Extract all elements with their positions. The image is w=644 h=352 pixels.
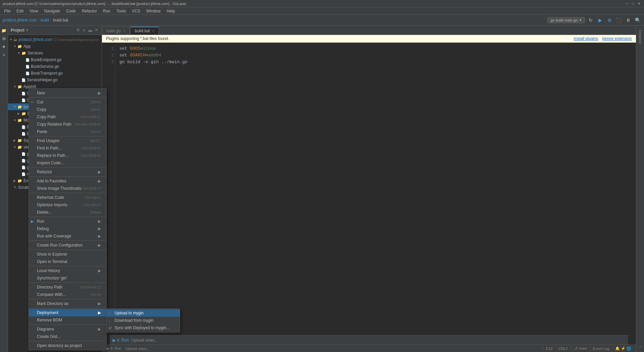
cm-new-arrow: ▶ [98, 91, 101, 95]
cm-create-run-config[interactable]: Create Run Configuration ▶ [29, 241, 106, 249]
cm-coverage-arrow: ▶ [98, 234, 101, 238]
cm-copy-label: Copy [37, 107, 46, 112]
cm-find-in-path-shortcut: Ctrl+Shift+F [81, 146, 101, 150]
cm-copy-shortcut: Ctrl+C [90, 107, 101, 112]
cm-delete-shortcut: Delete [90, 210, 101, 214]
cm-synchronize[interactable]: Synchronize 'gin' [29, 274, 106, 282]
cm-sep4 [29, 176, 106, 177]
cm-paste-shortcut: Ctrl+V [91, 130, 101, 134]
cm-inspect-code[interactable]: Inspect Code... [29, 159, 106, 167]
cm-sync-deployed[interactable]: ⇄ Sync with Deployed to mygin... [107, 324, 180, 332]
cm-optimize-imports[interactable]: Optimize Imports Ctrl+Alt+O [29, 201, 106, 209]
cm-sync-deployed-icon: ⇄ [109, 326, 112, 330]
cm-find-in-path-label: Find in Path... [37, 146, 62, 150]
cm-sep2 [29, 136, 106, 136]
cm-paste-label: Paste [37, 129, 47, 134]
cm-diagrams-label: Diagrams [37, 327, 54, 332]
cm-debug[interactable]: Debug ▶ [29, 225, 106, 232]
cm-explorer-label: Show in Explorer [37, 252, 67, 257]
cm-add-to-favorites[interactable]: Add to Favorites ▶ [29, 177, 106, 185]
cm-compare-label: Compare With... [37, 292, 66, 297]
cm-replace-in-path-shortcut: Ctrl+Shift+R [81, 153, 101, 158]
cm-sep6 [29, 217, 106, 217]
cm-open-terminal[interactable]: Open in Terminal [29, 258, 106, 265]
cm-sep5 [29, 193, 106, 193]
cm-copy-rel-path-label: Copy Relative Path [37, 122, 71, 127]
cm-run-arrow: ▶ [98, 219, 101, 224]
cm-delete-label: Delete... [37, 210, 52, 215]
cm-optimize-label: Optimize Imports [37, 203, 67, 207]
cm-history-label: Local History [37, 268, 60, 273]
cm-sep13 [29, 324, 106, 325]
cm-cut-icon: ✂ [31, 100, 34, 104]
cm-mark-dir-label: Mark Directory as [37, 301, 68, 306]
cm-run-label: Run [37, 219, 44, 224]
cm-find-usages-label: Find Usages [37, 138, 59, 143]
cm-reformat-shortcut: Ctrl+Alt+L [85, 195, 101, 200]
cm-copy[interactable]: Copy Ctrl+C [29, 106, 106, 113]
cm-copy-rel-path[interactable]: Copy Relative Path Ctrl+Alt+Shift+C [29, 121, 106, 128]
cm-paste[interactable]: Paste Ctrl+V [29, 128, 106, 135]
cm-new[interactable]: New ▶ [29, 89, 106, 97]
cm-upload-label: Upload to mygin [115, 311, 144, 315]
cm-deployment-arrow: ▶ [98, 310, 101, 315]
cm-run[interactable]: ▶ Run ▶ [29, 218, 106, 225]
cm-dir-path-shortcut: Ctrl+Alt+F12 [80, 285, 101, 289]
cm-sep8 [29, 250, 106, 250]
cm-copy-path[interactable]: Copy Path Ctrl+Shift+C [29, 113, 106, 121]
cm-cut[interactable]: ✂ Cut Ctrl+X [29, 98, 106, 106]
cm-directory-path[interactable]: Directory Path Ctrl+Alt+F12 [29, 283, 106, 291]
deployment-submenu: ↑ Upload to mygin ↓ Download from mygin … [106, 308, 180, 333]
cm-inspect-code-label: Inspect Code... [37, 161, 64, 165]
cm-refactor-arrow: ▶ [98, 170, 101, 174]
cm-coverage-label: Run with Coverage [37, 234, 71, 238]
cm-find-in-path[interactable]: Find in Path... Ctrl+Shift+F [29, 144, 106, 152]
cm-refactor-label: Refactor [37, 170, 52, 174]
cm-debug-label: Debug [37, 226, 49, 231]
cm-cut-label: Cut [37, 100, 43, 104]
cm-history-arrow: ▶ [98, 268, 101, 273]
cm-run-coverage[interactable]: Run with Coverage ▶ [29, 232, 106, 240]
cm-deployment[interactable]: Deployment ▶ ↑ Upload to mygin ↓ Downloa… [29, 309, 106, 316]
cm-diagrams[interactable]: Diagrams ▶ [29, 325, 106, 333]
cm-local-history[interactable]: Local History ▶ [29, 267, 106, 274]
cm-remove-bom[interactable]: Remove BOM [29, 316, 106, 324]
cm-diagrams-arrow: ▶ [98, 327, 101, 332]
cm-sep14 [29, 341, 106, 341]
cm-show-in-explorer[interactable]: Show in Explorer [29, 251, 106, 258]
cm-create-gist[interactable]: Create Gist... [29, 333, 106, 340]
cm-run-config-arrow: ▶ [98, 243, 101, 248]
cm-download-icon: ↓ [109, 318, 111, 322]
cm-cut-shortcut: Ctrl+X [91, 100, 101, 104]
cm-copy-path-label: Copy Path [37, 115, 56, 119]
cm-sync-deployed-label: Sync with Deployed to mygin... [115, 325, 170, 330]
cm-find-usages-shortcut: Alt+F7 [90, 139, 101, 143]
cm-mark-dir-arrow: ▶ [98, 301, 101, 306]
cm-copy-rel-path-shortcut: Ctrl+Alt+Shift+C [74, 122, 101, 126]
cm-refactor[interactable]: Refactor ▶ [29, 168, 106, 176]
cm-show-image-thumbnails[interactable]: Show Image Thumbnails Ctrl+Shift+T [29, 185, 106, 192]
cm-sync-label: Synchronize 'gin' [37, 276, 67, 280]
cm-reformat-code[interactable]: Reformat Code Ctrl+Alt+L [29, 194, 106, 201]
cm-delete[interactable]: Delete... Delete [29, 209, 106, 216]
cm-terminal-label: Open in Terminal [37, 259, 67, 264]
cm-copy-path-shortcut: Ctrl+Shift+C [81, 115, 101, 119]
cm-thumbnails-label: Show Image Thumbnails [37, 186, 81, 191]
cm-replace-in-path[interactable]: Replace in Path... Ctrl+Shift+R [29, 152, 106, 159]
cm-sep7 [29, 240, 106, 241]
cm-run-config-label: Create Run Configuration [37, 243, 83, 248]
cm-download-from-mygin[interactable]: ↓ Download from mygin [107, 317, 180, 324]
cm-run-icon: ▶ [31, 219, 34, 224]
context-menu-overlay[interactable]: New ▶ ✂ Cut Ctrl+X Copy Ctrl+C Copy Path… [0, 0, 644, 352]
cm-mark-dir[interactable]: Mark Directory as ▶ [29, 300, 106, 307]
cm-remove-bom-label: Remove BOM [37, 318, 62, 322]
cm-sep11 [29, 299, 106, 299]
cm-sep3 [29, 167, 106, 168]
cm-find-usages[interactable]: Find Usages Alt+F7 [29, 137, 106, 144]
cm-open-dir-project[interactable]: Open directory as project [29, 342, 106, 349]
cm-upload-to-mygin[interactable]: ↑ Upload to mygin [107, 309, 180, 317]
cm-compare-with[interactable]: Compare With... Ctrl+D [29, 291, 106, 298]
cm-optimize-shortcut: Ctrl+Alt+O [84, 203, 101, 207]
cm-reformat-label: Reformat Code [37, 195, 64, 200]
cm-compare-shortcut: Ctrl+D [90, 293, 101, 297]
